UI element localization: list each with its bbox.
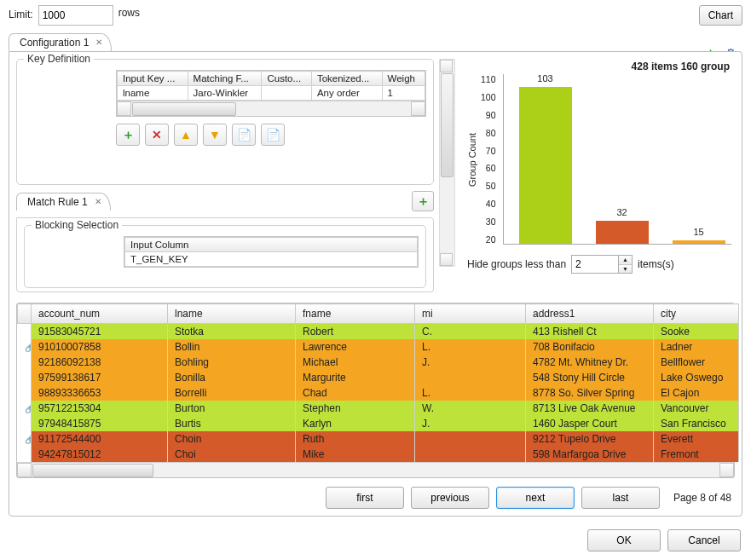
table-cell: Everett (654, 431, 739, 447)
move-up-button[interactable]: ▲ (174, 124, 198, 146)
table-row[interactable]: 98893336653BorrelliChadL.8778 So. Silver… (18, 385, 739, 401)
ok-button[interactable]: OK (587, 529, 661, 551)
table-cell: 8713 Live Oak Avenue (526, 401, 654, 416)
spinner-up-icon[interactable]: ▲ (619, 256, 632, 265)
column-header[interactable]: Input Key ... (118, 72, 188, 86)
link-icon: 🔗 (25, 343, 32, 352)
column-header[interactable]: Custo... (262, 72, 311, 86)
page-indicator: Page 8 of 48 (673, 492, 731, 504)
table-cell: Stephen (296, 401, 415, 416)
table-cell: Borrelli (168, 385, 296, 401)
table-cell: 94247815012 (32, 447, 168, 462)
column-header[interactable]: address1 (526, 304, 654, 324)
table-cell: 91172544400 (32, 431, 168, 447)
chart-y-axis-label: Group Count (467, 133, 477, 187)
add-rule-button[interactable]: ＋ (412, 191, 434, 211)
chart-y-ticks: 1101009080706050403020 (481, 74, 500, 245)
table-row[interactable]: 94247815012ChoiMike598 Marfargoa DriveFr… (18, 447, 739, 462)
blocking-title: Blocking Selection (32, 219, 122, 231)
table-row[interactable]: 92186092138BohlingMichaelJ.4782 Mt. Whit… (18, 355, 739, 370)
hide-groups-label: Hide groups less than (467, 258, 566, 270)
close-icon[interactable]: ✕ (95, 38, 102, 47)
column-header[interactable]: city (654, 304, 739, 324)
hscrollbar[interactable] (117, 101, 425, 116)
vscrollbar[interactable] (439, 59, 455, 267)
add-button[interactable]: ＋ (116, 124, 140, 146)
chart-button[interactable]: Chart (699, 5, 742, 26)
table-cell: Jaro-Winkler (188, 86, 262, 101)
table-cell: 598 Marfargoa Drive (526, 447, 654, 462)
table-cell: 1460 Jasper Court (526, 416, 654, 431)
next-button[interactable]: next (496, 487, 575, 509)
table-row[interactable]: 🔗95712215304BurtonStephenW.8713 Live Oak… (18, 401, 739, 416)
table-cell: Bohling (168, 355, 296, 370)
table-cell: Michael (296, 355, 415, 370)
cancel-button[interactable]: Cancel (667, 529, 741, 551)
table-cell: 91010007858 (32, 339, 168, 355)
table-cell: Bonilla (168, 370, 296, 385)
match-rule-panel: Blocking Selection Input Column T_GEN_KE… (16, 217, 434, 292)
chart-bar-label: 32 (596, 207, 649, 217)
main-panel: Key Definition Input Key ...Matching F..… (9, 51, 742, 517)
table-cell: San Francisco (654, 416, 739, 431)
close-icon[interactable]: ✕ (95, 197, 101, 206)
table-row[interactable]: 97948415875BurtisKarlynJ.1460 Jasper Cou… (18, 416, 739, 431)
blocking-table[interactable]: Input Column T_GEN_KEY (124, 236, 419, 268)
column-header[interactable]: Tokenized... (311, 72, 382, 86)
column-header[interactable]: account_num (32, 304, 168, 324)
column-header[interactable]: Matching F... (188, 72, 262, 86)
row-gutter (18, 447, 32, 462)
row-gutter (18, 416, 32, 431)
hide-groups-suffix: items(s) (638, 258, 674, 270)
table-row[interactable]: 97599138617BonillaMargurite548 Stony Hil… (18, 370, 739, 385)
table-row[interactable]: 🔗91010007858BollinLawrenceL.708 Bonifaci… (18, 339, 739, 355)
first-button[interactable]: first (326, 487, 404, 509)
data-table[interactable]: account_numlnamefnamemiaddress1city 9158… (16, 303, 735, 478)
limit-label: Limit: (9, 9, 33, 20)
key-definition-group: Key Definition Input Key ...Matching F..… (16, 59, 434, 185)
pager: first previous next last Page 8 of 48 (16, 487, 735, 509)
column-header[interactable]: Weigh (382, 72, 425, 86)
table-cell: Karlyn (296, 416, 415, 431)
table-cell: Chad (296, 385, 415, 401)
key-definition-table[interactable]: Input Key ...Matching F...Custo...Tokeni… (116, 70, 426, 117)
tab-label: Match Rule 1 (27, 196, 88, 208)
table-cell: T_GEN_KEY (125, 252, 418, 267)
chart-plot: 1033215 (503, 74, 731, 245)
table-row[interactable]: 🔗91172544400ChoinRuth9212 Tupelo DriveEv… (18, 431, 739, 447)
tab-configuration[interactable]: Configuration 1 ✕ (9, 33, 112, 51)
table-cell: 1 (382, 86, 425, 101)
hide-groups-spinner[interactable]: ▲ ▼ (571, 255, 633, 274)
table-cell: Stotka (168, 324, 296, 340)
table-cell: 708 Bonifacio (526, 339, 654, 355)
table-cell: lname (118, 86, 188, 101)
paste-button[interactable]: 📄 (261, 124, 285, 146)
limit-input[interactable] (38, 5, 113, 26)
table-cell: 97599138617 (32, 370, 168, 385)
table-row[interactable]: 91583045721StotkaRobertC.413 Rishell CtS… (18, 324, 739, 340)
table-cell: 8778 So. Silver Spring (526, 385, 654, 401)
column-header[interactable]: fname (296, 304, 415, 324)
table-cell: Bollin (168, 339, 296, 355)
previous-button[interactable]: previous (411, 487, 489, 509)
chart: Group Count 1101009080706050403020 10332… (467, 74, 731, 245)
copy-button[interactable]: 📄 (232, 124, 256, 146)
chart-bar: 103 (519, 87, 572, 244)
delete-button[interactable]: ✕ (145, 124, 169, 146)
table-cell (415, 447, 526, 462)
table-cell: J. (415, 355, 526, 370)
move-down-button[interactable]: ▼ (203, 124, 227, 146)
tab-match-rule[interactable]: Match Rule 1 ✕ (16, 193, 111, 211)
table-cell: Vancouver (654, 401, 739, 416)
spinner-down-icon[interactable]: ▼ (619, 265, 632, 274)
table-cell: El Cajon (654, 385, 739, 401)
hide-groups-input[interactable] (572, 256, 618, 273)
column-header[interactable]: lname (168, 304, 296, 324)
table-cell: Burtis (168, 416, 296, 431)
column-header[interactable]: mi (415, 304, 526, 324)
column-header[interactable]: Input Column (125, 238, 418, 252)
hscrollbar[interactable] (17, 462, 734, 477)
table-cell: 548 Stony Hill Circle (526, 370, 654, 385)
row-gutter: 🔗 (18, 431, 32, 447)
last-button[interactable]: last (581, 487, 660, 509)
